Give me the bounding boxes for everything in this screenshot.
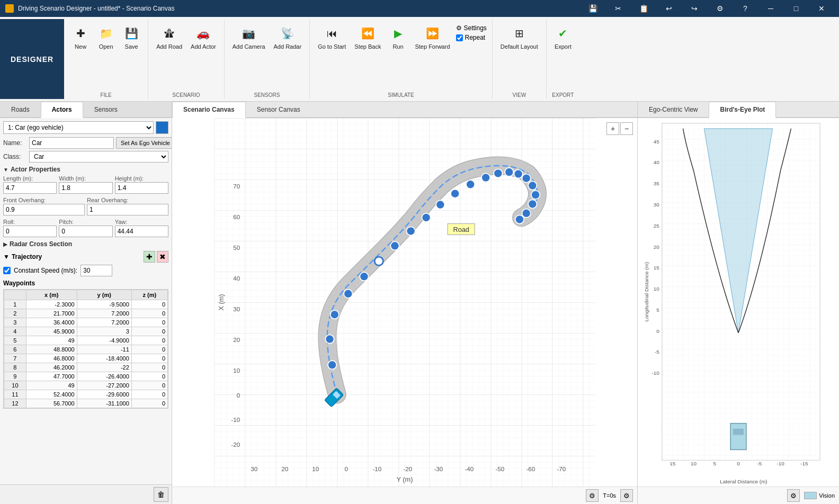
class-label: Class: xyxy=(3,153,27,160)
save-label: Save xyxy=(125,43,138,50)
tab-actors[interactable]: Actors xyxy=(41,102,83,118)
scenario-canvas-svg[interactable]: X (m) Y (m) 70 60 50 40 30 20 10 0 -10 -… xyxy=(172,118,637,487)
add-road-button[interactable]: 🛣 Add Road xyxy=(153,22,186,53)
add-actor-button[interactable]: 🚗 Add Actor xyxy=(187,22,220,53)
waypoints-scroll-container[interactable]: x (m) y (m) z (m) 1 -2.3000 -9.5000 0 2 … xyxy=(3,289,168,409)
svg-text:-10: -10 xyxy=(776,461,784,466)
table-row[interactable]: 7 46.8000 -18.4000 0 xyxy=(4,354,168,363)
step-back-button[interactable]: ⏪ Step Back xyxy=(351,22,385,53)
constant-speed-checkbox[interactable] xyxy=(3,267,11,274)
waypoint-y: -9.5000 xyxy=(77,300,131,309)
svg-point-43 xyxy=(505,168,513,176)
tab-sensor-canvas[interactable]: Sensor Canvas xyxy=(246,102,311,117)
step-forward-button[interactable]: ⏩ Step Forward xyxy=(411,22,453,53)
front-overhang-input[interactable] xyxy=(3,204,85,215)
repeat-checkbox[interactable] xyxy=(456,34,463,41)
set-ego-vehicle-button[interactable]: Set As Ego Vehicle xyxy=(116,137,172,149)
go-to-start-button[interactable]: ⏮ Go to Start xyxy=(314,22,350,53)
canvas-config-button[interactable]: ⚙ xyxy=(620,489,633,502)
name-input[interactable] xyxy=(29,137,114,149)
actor-props-header[interactable]: ▼ Actor Properties xyxy=(3,166,168,173)
titlebar-help-btn[interactable]: ? xyxy=(733,0,757,17)
canvas-footer: ⚙ T=0s ⚙ xyxy=(172,487,637,504)
titlebar-settings-btn[interactable]: ⚙ xyxy=(708,0,732,17)
titlebar-undo-btn[interactable]: ↩ xyxy=(657,0,681,17)
waypoint-row-num: 11 xyxy=(4,390,26,399)
roll-input[interactable] xyxy=(3,226,57,237)
rear-overhang-input[interactable] xyxy=(87,204,168,215)
class-dropdown[interactable]: Car xyxy=(29,151,168,163)
add-waypoint-button[interactable]: ✚ xyxy=(144,251,155,263)
right-settings-button[interactable]: ⚙ xyxy=(787,489,800,502)
open-icon: 📁 xyxy=(97,25,114,42)
run-button[interactable]: ▶ Run xyxy=(386,22,410,53)
table-row[interactable]: 1 -2.3000 -9.5000 0 xyxy=(4,300,168,309)
titlebar-save-btn[interactable]: 💾 xyxy=(581,0,605,17)
maximize-button[interactable]: □ xyxy=(784,0,808,17)
new-icon: ✚ xyxy=(72,25,89,42)
yaw-input[interactable] xyxy=(115,226,168,237)
titlebar-cut-btn[interactable]: ✂ xyxy=(606,0,630,17)
table-row[interactable]: 4 45.9000 3 0 xyxy=(4,327,168,336)
waypoint-row-num: 3 xyxy=(4,318,26,327)
delete-actor-button[interactable]: 🗑 xyxy=(154,487,168,502)
actor-dropdown[interactable]: 1: Car (ego vehicle) xyxy=(3,121,154,134)
zoom-out-button[interactable]: − xyxy=(620,122,633,135)
add-radar-icon: 📡 xyxy=(279,25,296,42)
table-row[interactable]: 3 36.4000 7.2000 0 xyxy=(4,318,168,327)
table-row[interactable]: 9 47.7000 -26.4000 0 xyxy=(4,372,168,381)
waypoint-z: 0 xyxy=(131,390,167,399)
svg-text:-30: -30 xyxy=(434,465,443,472)
actor-color-block[interactable] xyxy=(156,121,168,134)
svg-text:10: 10 xyxy=(233,367,240,374)
table-row[interactable]: 11 52.4000 -29.6000 0 xyxy=(4,390,168,399)
tab-roads[interactable]: Roads xyxy=(0,102,41,117)
canvas-area[interactable]: + − X (m) xyxy=(172,118,637,487)
export-button[interactable]: ✔ Export xyxy=(551,22,575,53)
tab-birds-eye-plot[interactable]: Bird's-Eye Plot xyxy=(709,102,776,118)
constant-speed-input[interactable] xyxy=(81,265,112,276)
add-radar-button[interactable]: 📡 Add Radar xyxy=(270,22,306,53)
table-row[interactable]: 2 21.7000 7.2000 0 xyxy=(4,309,168,318)
remove-waypoint-button[interactable]: ✖ xyxy=(157,251,168,263)
waypoint-z: 0 xyxy=(131,318,167,327)
open-button[interactable]: 📁 Open xyxy=(94,22,118,53)
titlebar-copy-btn[interactable]: 📋 xyxy=(631,0,656,17)
table-row[interactable]: 12 56.7000 -31.1000 0 xyxy=(4,399,168,408)
tab-sensors[interactable]: Sensors xyxy=(83,102,129,117)
default-layout-button[interactable]: ⊞ Default Layout xyxy=(497,22,542,53)
svg-text:X (m): X (m) xyxy=(217,294,225,310)
toolbar-export-section: ✔ Export EXPORT xyxy=(547,19,579,99)
save-button[interactable]: 💾 Save xyxy=(119,22,144,53)
table-row[interactable]: 6 48.8000 -11 0 xyxy=(4,345,168,354)
titlebar-redo-btn[interactable]: ↪ xyxy=(682,0,707,17)
svg-point-48 xyxy=(528,200,537,208)
legend-color-vision xyxy=(804,492,817,499)
width-label: Width (m): xyxy=(59,175,112,182)
length-input[interactable] xyxy=(3,182,57,194)
birds-eye-svg: Longitudinal Distance (m) Lateral Distan… xyxy=(638,118,839,487)
add-camera-button[interactable]: 📷 Add Camera xyxy=(229,22,269,53)
close-button[interactable]: ✕ xyxy=(809,0,834,17)
tab-scenario-canvas[interactable]: Scenario Canvas xyxy=(172,102,246,118)
table-row[interactable]: 10 49 -27.2000 0 xyxy=(4,381,168,390)
zoom-in-button[interactable]: + xyxy=(606,122,619,135)
waypoint-y: -22 xyxy=(77,363,131,372)
pitch-prop: Pitch: xyxy=(59,219,112,237)
pitch-input[interactable] xyxy=(59,226,112,237)
new-label: New xyxy=(75,43,86,50)
width-input[interactable] xyxy=(59,182,112,194)
canvas-settings-button[interactable]: ⚙ xyxy=(586,489,599,502)
new-button[interactable]: ✚ New xyxy=(68,22,93,53)
table-row[interactable]: 5 49 -4.9000 0 xyxy=(4,336,168,345)
minimize-button[interactable]: ─ xyxy=(758,0,783,17)
waypoints-heading: Waypoints xyxy=(3,280,168,287)
tab-ego-centric-view[interactable]: Ego-Centric View xyxy=(638,102,709,117)
svg-text:25: 25 xyxy=(654,223,660,229)
height-input[interactable] xyxy=(115,182,168,194)
class-row: Class: Car xyxy=(3,151,168,163)
toolbar-sensors-buttons: 📷 Add Camera 📡 Add Radar xyxy=(228,20,306,91)
radar-cross-section-header[interactable]: ▶ Radar Cross Section xyxy=(3,240,168,248)
trajectory-label-group[interactable]: ▼ Trajectory xyxy=(3,253,42,260)
table-row[interactable]: 8 46.2000 -22 0 xyxy=(4,363,168,372)
